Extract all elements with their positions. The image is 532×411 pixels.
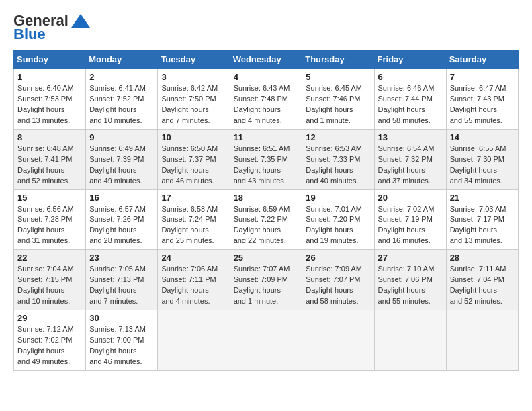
weekday-header-monday: Monday	[86, 50, 158, 69]
logo-icon	[71, 14, 90, 28]
day-detail: Sunrise: 6:40 AMSunset: 7:53 PMDaylight …	[17, 84, 74, 124]
day-detail: Sunrise: 7:05 AMSunset: 7:13 PMDaylight …	[89, 265, 146, 305]
day-detail: Sunrise: 6:53 AMSunset: 7:33 PMDaylight …	[306, 144, 362, 185]
day-detail: Sunrise: 6:43 AMSunset: 7:48 PMDaylight …	[234, 84, 290, 124]
day-number: 27	[378, 253, 443, 263]
day-number: 10	[161, 132, 226, 142]
day-number: 29	[17, 313, 82, 323]
calendar-cell: 20 Sunrise: 7:02 AMSunset: 7:19 PMDaylig…	[374, 189, 446, 250]
weekday-header-sunday: Sunday	[14, 50, 86, 69]
page-header: General Blue	[13, 13, 519, 43]
calendar-cell: 22 Sunrise: 7:04 AMSunset: 7:15 PMDaylig…	[14, 250, 86, 310]
logo: General Blue	[13, 13, 90, 43]
calendar-cell	[446, 310, 518, 371]
calendar-week-2: 8 Sunrise: 6:48 AMSunset: 7:41 PMDayligh…	[14, 129, 519, 189]
weekday-header-wednesday: Wednesday	[230, 50, 302, 69]
calendar-cell: 13 Sunrise: 6:54 AMSunset: 7:32 PMDaylig…	[374, 129, 446, 189]
day-number: 15	[17, 193, 82, 203]
calendar-cell: 27 Sunrise: 7:10 AMSunset: 7:06 PMDaylig…	[374, 250, 446, 310]
calendar-cell: 18 Sunrise: 6:59 AMSunset: 7:22 PMDaylig…	[230, 189, 302, 250]
day-number: 28	[450, 253, 515, 263]
calendar-cell: 1 Sunrise: 6:40 AMSunset: 7:53 PMDayligh…	[14, 69, 86, 130]
day-detail: Sunrise: 6:42 AMSunset: 7:50 PMDaylight …	[161, 84, 218, 124]
calendar-cell: 28 Sunrise: 7:11 AMSunset: 7:04 PMDaylig…	[446, 250, 518, 310]
calendar-cell: 14 Sunrise: 6:55 AMSunset: 7:30 PMDaylig…	[446, 129, 518, 189]
calendar-week-5: 29 Sunrise: 7:12 AMSunset: 7:02 PMDaylig…	[14, 310, 519, 371]
calendar-cell: 15 Sunrise: 6:56 AMSunset: 7:28 PMDaylig…	[14, 189, 86, 250]
calendar-cell	[230, 310, 302, 371]
day-detail: Sunrise: 7:07 AMSunset: 7:09 PMDaylight …	[234, 265, 290, 305]
day-detail: Sunrise: 6:45 AMSunset: 7:46 PMDaylight …	[306, 84, 362, 124]
calendar-cell: 12 Sunrise: 6:53 AMSunset: 7:33 PMDaylig…	[302, 129, 374, 189]
day-detail: Sunrise: 7:10 AMSunset: 7:06 PMDaylight …	[378, 265, 435, 305]
calendar-cell: 10 Sunrise: 6:50 AMSunset: 7:37 PMDaylig…	[158, 129, 230, 189]
day-number: 8	[17, 132, 82, 142]
calendar-cell: 24 Sunrise: 7:06 AMSunset: 7:11 PMDaylig…	[158, 250, 230, 310]
day-number: 19	[306, 193, 370, 203]
calendar-cell: 5 Sunrise: 6:45 AMSunset: 7:46 PMDayligh…	[302, 69, 374, 130]
day-detail: Sunrise: 6:47 AMSunset: 7:43 PMDaylight …	[450, 84, 506, 124]
calendar-cell: 21 Sunrise: 7:03 AMSunset: 7:17 PMDaylig…	[446, 189, 518, 250]
calendar-cell: 11 Sunrise: 6:51 AMSunset: 7:35 PMDaylig…	[230, 129, 302, 189]
day-detail: Sunrise: 7:12 AMSunset: 7:02 PMDaylight …	[17, 325, 74, 365]
day-number: 13	[378, 132, 443, 142]
day-number: 17	[161, 193, 226, 203]
calendar-week-3: 15 Sunrise: 6:56 AMSunset: 7:28 PMDaylig…	[14, 189, 519, 250]
day-number: 18	[234, 193, 299, 203]
day-number: 20	[378, 193, 443, 203]
day-number: 11	[234, 132, 299, 142]
day-number: 14	[450, 132, 515, 142]
day-detail: Sunrise: 7:06 AMSunset: 7:11 PMDaylight …	[161, 265, 218, 305]
day-detail: Sunrise: 6:41 AMSunset: 7:52 PMDaylight …	[89, 84, 146, 124]
weekday-header-friday: Friday	[374, 50, 446, 69]
day-number: 6	[378, 72, 443, 82]
calendar-cell: 23 Sunrise: 7:05 AMSunset: 7:13 PMDaylig…	[86, 250, 158, 310]
day-number: 26	[306, 253, 370, 263]
day-detail: Sunrise: 7:03 AMSunset: 7:17 PMDaylight …	[450, 205, 506, 245]
calendar-cell: 8 Sunrise: 6:48 AMSunset: 7:41 PMDayligh…	[14, 129, 86, 189]
svg-rect-1	[75, 21, 86, 28]
day-detail: Sunrise: 6:57 AMSunset: 7:26 PMDaylight …	[89, 205, 146, 245]
day-detail: Sunrise: 7:09 AMSunset: 7:07 PMDaylight …	[306, 265, 362, 305]
calendar-cell: 19 Sunrise: 7:01 AMSunset: 7:20 PMDaylig…	[302, 189, 374, 250]
day-detail: Sunrise: 7:02 AMSunset: 7:19 PMDaylight …	[378, 205, 435, 245]
calendar-cell: 4 Sunrise: 6:43 AMSunset: 7:48 PMDayligh…	[230, 69, 302, 130]
calendar-week-4: 22 Sunrise: 7:04 AMSunset: 7:15 PMDaylig…	[14, 250, 519, 310]
day-detail: Sunrise: 6:56 AMSunset: 7:28 PMDaylight …	[17, 205, 74, 245]
day-detail: Sunrise: 6:48 AMSunset: 7:41 PMDaylight …	[17, 144, 74, 185]
day-detail: Sunrise: 7:13 AMSunset: 7:00 PMDaylight …	[89, 325, 146, 365]
day-detail: Sunrise: 6:46 AMSunset: 7:44 PMDaylight …	[378, 84, 435, 124]
calendar-cell: 6 Sunrise: 6:46 AMSunset: 7:44 PMDayligh…	[374, 69, 446, 130]
day-number: 7	[450, 72, 515, 82]
day-number: 2	[89, 72, 154, 82]
day-number: 22	[17, 253, 82, 263]
day-number: 12	[306, 132, 370, 142]
calendar-cell: 26 Sunrise: 7:09 AMSunset: 7:07 PMDaylig…	[302, 250, 374, 310]
calendar-cell: 7 Sunrise: 6:47 AMSunset: 7:43 PMDayligh…	[446, 69, 518, 130]
calendar-table: SundayMondayTuesdayWednesdayThursdayFrid…	[13, 50, 519, 371]
day-number: 16	[89, 193, 154, 203]
weekday-header-thursday: Thursday	[302, 50, 374, 69]
calendar-cell: 29 Sunrise: 7:12 AMSunset: 7:02 PMDaylig…	[14, 310, 86, 371]
calendar-cell	[374, 310, 446, 371]
calendar-week-1: 1 Sunrise: 6:40 AMSunset: 7:53 PMDayligh…	[14, 69, 519, 130]
day-number: 21	[450, 193, 515, 203]
day-number: 5	[306, 72, 370, 82]
day-detail: Sunrise: 6:55 AMSunset: 7:30 PMDaylight …	[450, 144, 506, 185]
day-detail: Sunrise: 7:04 AMSunset: 7:15 PMDaylight …	[17, 265, 74, 305]
day-number: 25	[234, 253, 299, 263]
day-detail: Sunrise: 6:54 AMSunset: 7:32 PMDaylight …	[378, 144, 435, 185]
day-detail: Sunrise: 6:59 AMSunset: 7:22 PMDaylight …	[234, 205, 290, 245]
day-number: 30	[89, 313, 154, 323]
day-number: 4	[234, 72, 299, 82]
weekday-header-tuesday: Tuesday	[158, 50, 230, 69]
calendar-cell: 2 Sunrise: 6:41 AMSunset: 7:52 PMDayligh…	[86, 69, 158, 130]
day-detail: Sunrise: 6:58 AMSunset: 7:24 PMDaylight …	[161, 205, 218, 245]
calendar-cell: 17 Sunrise: 6:58 AMSunset: 7:24 PMDaylig…	[158, 189, 230, 250]
day-detail: Sunrise: 6:50 AMSunset: 7:37 PMDaylight …	[161, 144, 218, 185]
day-number: 3	[161, 72, 226, 82]
day-number: 24	[161, 253, 226, 263]
calendar-header-row: SundayMondayTuesdayWednesdayThursdayFrid…	[14, 50, 519, 69]
calendar-cell: 30 Sunrise: 7:13 AMSunset: 7:00 PMDaylig…	[86, 310, 158, 371]
calendar-cell: 3 Sunrise: 6:42 AMSunset: 7:50 PMDayligh…	[158, 69, 230, 130]
